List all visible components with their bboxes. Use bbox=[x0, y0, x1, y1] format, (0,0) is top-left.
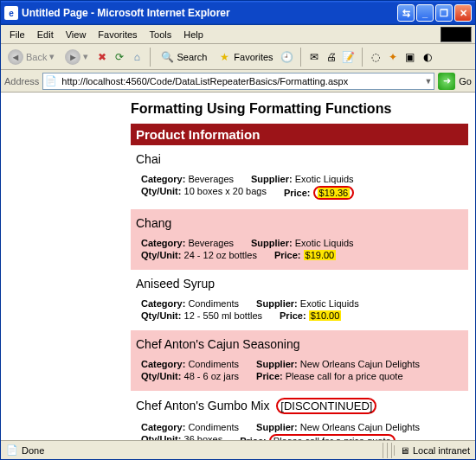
category-label: Category: bbox=[141, 238, 185, 248]
price-label: Price: bbox=[256, 371, 283, 381]
product-name: Chef Anton's Gumbo Mix [DISCONTINUED] bbox=[136, 394, 463, 421]
done-icon: 📄 bbox=[6, 444, 18, 456]
supplier-label: Supplier: bbox=[251, 238, 293, 248]
print-button[interactable]: 🖨 bbox=[325, 50, 338, 64]
qtyunit-value: 48 - 6 oz jars bbox=[184, 371, 240, 381]
product-item: Chef Anton's Gumbo Mix [DISCONTINUED]Cat… bbox=[131, 391, 468, 440]
product-name: Chai bbox=[136, 149, 463, 173]
close-button[interactable]: ✕ bbox=[454, 4, 472, 22]
qtyunit-label: Qty/Unit: bbox=[141, 371, 181, 381]
window-title: Untitled Page - Microsoft Internet Explo… bbox=[22, 7, 397, 19]
product-item: ChangCategory: BeveragesSupplier: Exotic… bbox=[131, 209, 468, 270]
go-button[interactable]: ➜ bbox=[438, 73, 455, 90]
price-value: $19.36 bbox=[313, 188, 355, 198]
supplier-label: Supplier: bbox=[256, 298, 298, 309]
menu-edit[interactable]: Edit bbox=[32, 28, 59, 42]
status-text: Done bbox=[22, 445, 44, 456]
product-name: Chef Anton's Cajun Seasoning bbox=[136, 334, 463, 358]
price-value: $10.00 bbox=[309, 310, 342, 321]
menu-help[interactable]: Help bbox=[178, 28, 209, 42]
menu-tools[interactable]: Tools bbox=[145, 28, 177, 42]
ext-button-4[interactable]: ◐ bbox=[421, 50, 434, 64]
zone-text: Local intranet bbox=[413, 445, 470, 456]
address-input[interactable] bbox=[60, 75, 424, 87]
address-input-wrap[interactable]: 📄 ▼ bbox=[42, 73, 434, 90]
supplier-label: Supplier: bbox=[256, 359, 298, 369]
titlebar: e Untitled Page - Microsoft Internet Exp… bbox=[1, 1, 475, 25]
qtyunit-label: Qty/Unit: bbox=[141, 186, 181, 196]
price-value: Please call for a price quote bbox=[286, 371, 403, 381]
supplier-value: Exotic Liquids bbox=[295, 238, 354, 248]
qtyunit-value: 36 boxes bbox=[184, 434, 223, 440]
ext-button-1[interactable]: ◌ bbox=[369, 50, 383, 64]
qtyunit-value: 10 boxes x 20 bags bbox=[184, 186, 267, 196]
edit-button[interactable]: 📝 bbox=[342, 50, 356, 64]
ie-icon: e bbox=[4, 6, 18, 20]
dropdown-icon: ▾ bbox=[83, 51, 88, 62]
address-label: Address bbox=[4, 76, 39, 86]
price-highlight: $19.36 bbox=[318, 188, 351, 198]
menu-file[interactable]: File bbox=[4, 28, 30, 42]
favorites-button[interactable]: ★ Favorites bbox=[214, 48, 276, 66]
search-label: Search bbox=[177, 52, 207, 62]
supplier-value: New Orleans Cajun Delights bbox=[300, 422, 420, 432]
category-label: Category: bbox=[141, 298, 185, 309]
go-label: Go bbox=[459, 76, 472, 86]
ext-button-2[interactable]: ✦ bbox=[386, 50, 400, 64]
category-value: Condiments bbox=[188, 422, 239, 432]
home-button[interactable]: ⌂ bbox=[130, 50, 144, 64]
category-label: Category: bbox=[141, 174, 185, 184]
price-annotation: Please call for a price quote bbox=[269, 434, 396, 440]
qtyunit-value: 12 - 550 ml bottles bbox=[184, 310, 263, 321]
address-bar: Address 📄 ▼ ➜ Go bbox=[1, 70, 475, 93]
qtyunit-value: 24 - 12 oz bottles bbox=[184, 250, 257, 260]
product-name: Chang bbox=[136, 213, 463, 237]
category-value: Condiments bbox=[188, 298, 239, 309]
restore-button[interactable]: ❐ bbox=[435, 4, 453, 22]
zone-icon: 🖥 bbox=[400, 445, 409, 456]
supplier-value: Exotic Liquids bbox=[300, 298, 359, 309]
toolbar: ◄ Back ▾ ► ▾ ✖ ⟳ ⌂ 🔍 Search ★ Favorites … bbox=[1, 44, 475, 70]
menu-favorites[interactable]: Favorites bbox=[93, 28, 142, 42]
category-value: Beverages bbox=[188, 174, 234, 184]
forward-button[interactable]: ► ▾ bbox=[61, 48, 92, 67]
history-button[interactable]: 🕘 bbox=[280, 50, 294, 64]
stop-button[interactable]: ✖ bbox=[95, 50, 109, 64]
mail-button[interactable]: ✉ bbox=[307, 50, 321, 64]
product-item: ChaiCategory: BeveragesSupplier: Exotic … bbox=[131, 145, 468, 209]
menubar: File Edit View Favorites Tools Help bbox=[1, 25, 475, 44]
back-icon: ◄ bbox=[8, 49, 23, 65]
star-icon: ★ bbox=[217, 50, 231, 64]
supplier-value: New Orleans Cajun Delights bbox=[300, 359, 420, 369]
discontinued-badge: [DISCONTINUED] bbox=[276, 398, 376, 414]
throbber-icon bbox=[441, 27, 472, 42]
qtyunit-label: Qty/Unit: bbox=[141, 250, 181, 260]
page-title: Formatting Using Formatting Functions bbox=[131, 101, 468, 117]
price-highlight: $19.00 bbox=[304, 250, 337, 260]
page-icon: 📄 bbox=[45, 75, 57, 87]
price-label: Price: bbox=[284, 188, 311, 198]
statusbar: 📄 Done 🖥 Local intranet bbox=[1, 440, 475, 459]
dropdown-icon[interactable]: ▼ bbox=[424, 77, 432, 86]
back-button[interactable]: ◄ Back ▾ bbox=[4, 48, 58, 67]
refresh-button[interactable]: ⟳ bbox=[113, 50, 126, 64]
price-label: Price: bbox=[274, 250, 301, 260]
price-label: Price: bbox=[280, 310, 306, 321]
favorites-label: Favorites bbox=[234, 52, 273, 62]
dropdown-icon: ▾ bbox=[49, 51, 55, 62]
minimize-button[interactable]: _ bbox=[416, 4, 434, 22]
category-label: Category: bbox=[141, 422, 185, 432]
search-button[interactable]: 🔍 Search bbox=[157, 48, 210, 66]
menu-view[interactable]: View bbox=[61, 28, 92, 42]
qtyunit-label: Qty/Unit: bbox=[141, 310, 181, 321]
search-icon: 🔍 bbox=[160, 50, 174, 64]
product-item: Chef Anton's Cajun SeasoningCategory: Co… bbox=[131, 330, 468, 391]
sys-button[interactable]: ⇆ bbox=[397, 4, 415, 22]
category-label: Category: bbox=[141, 359, 185, 369]
product-name: Aniseed Syrup bbox=[136, 273, 463, 297]
category-value: Condiments bbox=[188, 359, 239, 369]
price-highlight: $10.00 bbox=[309, 310, 342, 321]
supplier-label: Supplier: bbox=[256, 422, 298, 432]
section-header: Product Information bbox=[131, 124, 468, 145]
ext-button-3[interactable]: ▣ bbox=[403, 50, 417, 64]
